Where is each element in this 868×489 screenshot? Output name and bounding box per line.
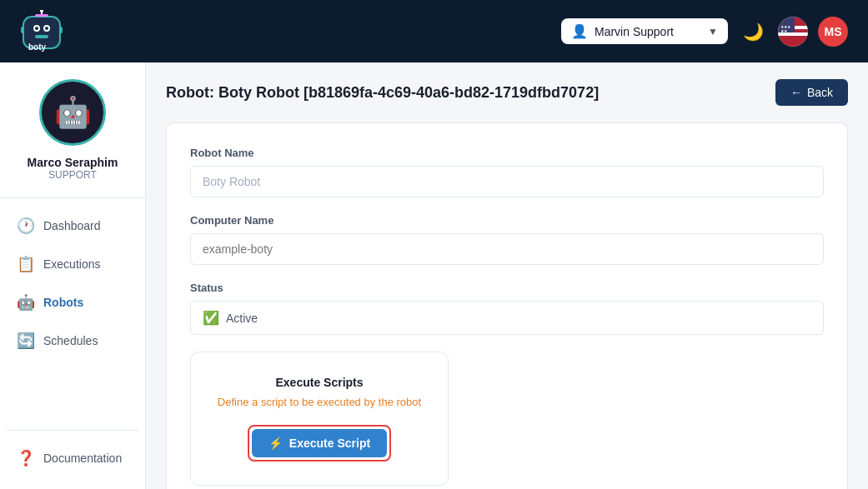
- status-label: Status: [190, 282, 824, 294]
- page-title: Robot: Boty Robot [b81869fa-4c69-40a6-bd…: [166, 84, 599, 102]
- svg-text:★★: ★★: [780, 28, 788, 33]
- sidebar-item-label-executions: Executions: [43, 257, 100, 271]
- sidebar-item-executions[interactable]: 📋 Executions: [7, 247, 138, 282]
- sidebar-user-role: SUPPORT: [48, 169, 97, 181]
- svg-point-5: [45, 27, 48, 30]
- us-flag-icon: ★★★ ★★: [778, 17, 808, 47]
- svg-rect-12: [35, 14, 48, 17]
- robot-name-input[interactable]: [190, 166, 824, 197]
- back-arrow-icon: ←: [790, 86, 802, 99]
- sidebar-user-name: Marco Seraphim: [28, 156, 118, 169]
- sidebar-item-robots[interactable]: 🤖 Robots: [7, 285, 138, 320]
- execute-button-wrap: ⚡ Execute Script: [248, 425, 391, 462]
- sidebar-item-label-robots: Robots: [43, 296, 83, 309]
- svg-point-8: [40, 10, 43, 12]
- workspace-selector[interactable]: 👤 Marvin Support ▼: [561, 18, 728, 44]
- sidebar-item-label-dashboard: Dashboard: [43, 219, 101, 232]
- documentation-icon: ❓: [17, 449, 35, 467]
- execute-script-button[interactable]: ⚡ Execute Script: [252, 429, 387, 457]
- svg-text:boty: boty: [28, 42, 47, 52]
- svg-point-4: [35, 27, 38, 30]
- svg-rect-10: [59, 27, 63, 33]
- back-button[interactable]: ← Back: [775, 79, 848, 106]
- execute-icon: ⚡: [268, 437, 283, 450]
- execute-scripts-desc: Define a script to be executed by the ro…: [214, 396, 424, 408]
- computer-name-group: Computer Name: [190, 214, 824, 265]
- sidebar-nav: 🕐 Dashboard 📋 Executions 🤖 Robots 🔄 Sche…: [0, 208, 145, 358]
- back-button-label: Back: [807, 86, 833, 99]
- person-icon: 👤: [571, 23, 588, 39]
- sidebar-bottom: ❓ Documentation: [0, 430, 145, 489]
- user-avatar-wrap: 🤖: [39, 79, 106, 146]
- robot-name-group: Robot Name: [190, 147, 824, 197]
- sidebar-item-dashboard[interactable]: 🕐 Dashboard: [7, 208, 138, 243]
- header: boty 👤 Marvin Support ▼ 🌙 ★★★: [0, 0, 868, 62]
- status-check-icon: ✅: [203, 310, 219, 326]
- robot-name-label: Robot Name: [190, 147, 824, 159]
- moon-icon: 🌙: [743, 22, 764, 42]
- svg-rect-9: [21, 27, 24, 33]
- executions-icon: 📋: [17, 255, 35, 273]
- header-right: 👤 Marvin Support ▼ 🌙 ★★★ ★★ MS: [561, 17, 848, 47]
- robot-detail-card: Robot Name Computer Name Status ✅ Active…: [166, 122, 848, 489]
- main-content: Robot: Boty Robot [b81869fa-4c69-40a6-bd…: [146, 62, 868, 489]
- dashboard-icon: 🕐: [17, 217, 35, 235]
- svg-rect-6: [35, 35, 48, 38]
- sidebar-item-label-schedules: Schedules: [43, 334, 98, 347]
- robot-avatar-icon: 🤖: [54, 95, 92, 130]
- sidebar-item-documentation[interactable]: ❓ Documentation: [7, 441, 138, 476]
- execute-button-label: Execute Script: [289, 437, 370, 450]
- user-avatar-button[interactable]: MS: [818, 17, 848, 47]
- workspace-name: Marvin Support: [595, 25, 674, 38]
- chevron-down-icon: ▼: [708, 26, 718, 37]
- sidebar: 🤖 Marco Seraphim SUPPORT 🕐 Dashboard 📋 E…: [0, 62, 146, 489]
- robots-icon: 🤖: [17, 293, 35, 312]
- sidebar-bottom-divider: [7, 430, 138, 431]
- status-group: Status ✅ Active: [190, 282, 824, 335]
- execute-scripts-title: Execute Scripts: [214, 376, 424, 389]
- sidebar-item-label-documentation: Documentation: [43, 452, 122, 465]
- dark-mode-toggle[interactable]: 🌙: [738, 17, 768, 47]
- sidebar-divider: [0, 197, 145, 198]
- schedules-icon: 🔄: [17, 332, 35, 350]
- boty-logo: boty: [20, 10, 63, 53]
- sidebar-item-schedules[interactable]: 🔄 Schedules: [7, 323, 138, 358]
- status-value: Active: [226, 312, 258, 325]
- computer-name-input[interactable]: [190, 233, 824, 265]
- avatar-initials: MS: [825, 25, 842, 38]
- logo: boty: [20, 10, 63, 53]
- status-row: ✅ Active: [190, 301, 824, 335]
- language-selector[interactable]: ★★★ ★★: [778, 17, 808, 47]
- execute-scripts-card: Execute Scripts Define a script to be ex…: [190, 352, 449, 486]
- computer-name-label: Computer Name: [190, 214, 824, 227]
- page-header: Robot: Boty Robot [b81869fa-4c69-40a6-bd…: [166, 79, 848, 106]
- main-layout: 🤖 Marco Seraphim SUPPORT 🕐 Dashboard 📋 E…: [0, 62, 868, 489]
